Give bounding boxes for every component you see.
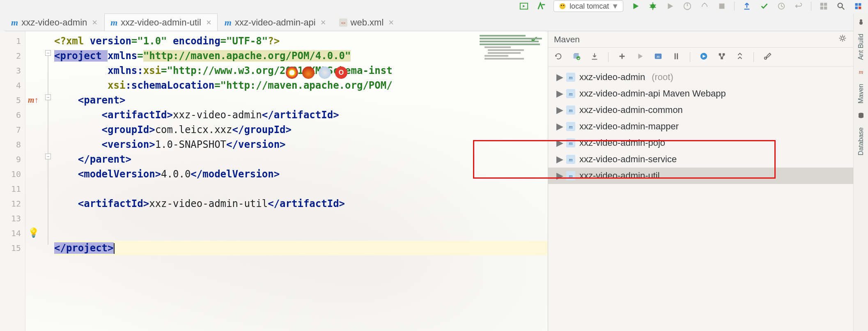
svg-line-9 [650, 5, 651, 5]
stop-button[interactable] [717, 1, 727, 11]
line-number: 9 [0, 152, 25, 167]
maven-module[interactable]: ▶mxxz-video-admin-pojo [548, 135, 868, 151]
tab-xxz-video-admin[interactable]: m xxz-video-admin × [5, 14, 103, 31]
line-number: 2 [0, 48, 25, 63]
vcs-commit-icon[interactable] [759, 1, 769, 11]
search-icon[interactable] [836, 1, 846, 11]
maven-module[interactable]: ▶mxxz-video-admin-util [548, 168, 868, 184]
vcs-update-icon[interactable] [742, 1, 752, 11]
close-icon[interactable]: × [321, 17, 326, 28]
collapse-all-icon[interactable] [735, 52, 744, 62]
show-dependencies-icon[interactable] [717, 52, 726, 62]
tab-web-xml[interactable]: <> web.xml × [333, 14, 400, 31]
chevron-right-icon: ▶ [556, 105, 562, 115]
run-dashboard-icon[interactable] [519, 1, 529, 11]
svg-rect-19 [820, 3, 823, 6]
separator [734, 2, 735, 11]
toggle-offline-icon[interactable] [672, 52, 681, 62]
coverage-icon[interactable] [665, 1, 675, 11]
ant-icon[interactable] [857, 18, 865, 25]
chevron-right-icon: ▶ [556, 170, 562, 181]
firefox-icon[interactable] [302, 67, 315, 79]
chevron-right-icon: ▶ [556, 138, 562, 148]
gear-icon[interactable] [838, 34, 847, 45]
add-icon[interactable] [618, 52, 627, 62]
code-minimap[interactable] [480, 34, 545, 67]
maven-module[interactable]: ▶mxxz-video-admin-service [548, 151, 868, 168]
maven-module-icon: m [566, 89, 575, 98]
ide-settings-icon[interactable] [853, 1, 863, 11]
maven-tab[interactable]: Maven [857, 84, 865, 103]
run-maven-icon[interactable] [636, 52, 645, 62]
svg-marker-13 [668, 3, 673, 9]
build-icon[interactable] [536, 1, 546, 11]
line-number: 7 [0, 122, 25, 137]
svg-line-10 [655, 5, 656, 5]
svg-rect-16 [719, 4, 725, 9]
maven-title: Maven [554, 34, 580, 44]
line-number: 5 [0, 93, 25, 108]
close-icon[interactable]: × [388, 17, 394, 28]
reimport-icon[interactable] [554, 52, 563, 62]
opera-icon[interactable]: O [335, 67, 347, 79]
database-tab[interactable]: Database [857, 127, 865, 156]
fold-toggle[interactable]: − [45, 50, 51, 56]
maven-file-icon: m [11, 17, 18, 28]
chrome-icon[interactable] [286, 67, 298, 79]
maven-tree[interactable]: ▶mxxz-video-admin(root) ▶mxxz-video-admi… [548, 67, 868, 331]
svg-text:m: m [569, 91, 572, 97]
svg-rect-25 [855, 3, 858, 6]
maven-gutter-icon[interactable]: m↑ [28, 95, 39, 105]
svg-line-54 [720, 55, 721, 57]
skip-tests-icon[interactable] [699, 52, 708, 62]
maven-strip-icon[interactable]: m [857, 68, 865, 76]
close-icon[interactable]: × [206, 17, 211, 28]
svg-point-41 [576, 56, 580, 60]
svg-line-39 [844, 36, 845, 37]
svg-point-72 [859, 21, 863, 25]
fold-guide [48, 56, 48, 245]
maven-module[interactable]: ▶mxxz-video-admin-mapper [548, 118, 868, 135]
svg-marker-5 [634, 3, 639, 9]
project-structure-icon[interactable] [819, 1, 829, 11]
profile-icon[interactable] [682, 1, 692, 11]
vcs-history-icon[interactable] [776, 1, 786, 11]
fold-toggle[interactable]: − [45, 154, 51, 159]
svg-line-11 [650, 7, 651, 8]
tab-label: web.xml [351, 17, 384, 28]
maven-module[interactable]: ▶mxxz-video-admin(root) [548, 69, 868, 85]
line-number: 8 [0, 137, 25, 152]
run-config-label: local tomcat [569, 2, 609, 11]
fold-toggle[interactable]: − [45, 94, 51, 100]
svg-point-56 [765, 57, 767, 59]
database-icon[interactable] [857, 112, 865, 119]
run-button[interactable] [631, 1, 641, 11]
maven-module-label: xxz-video-admin-common [579, 105, 683, 115]
vcs-revert-icon[interactable] [794, 1, 804, 11]
close-icon[interactable]: × [92, 17, 97, 28]
maven-module-icon: m [566, 171, 575, 180]
maven-header: Maven — [548, 31, 868, 48]
execute-goal-icon[interactable]: m [654, 52, 663, 62]
debug-button[interactable] [648, 1, 658, 11]
download-sources-icon[interactable] [590, 52, 599, 62]
safari-icon[interactable] [319, 67, 331, 79]
run-config-selector[interactable]: local tomcat ▼ [553, 0, 623, 12]
maven-module-label: xxz-video-admin-util [579, 170, 660, 181]
generate-sources-icon[interactable] [572, 52, 581, 62]
maven-module[interactable]: ▶mxxz-video-admin-api Maven Webapp [548, 85, 868, 102]
maven-module[interactable]: ▶mxxz-video-admin-common [548, 102, 868, 118]
svg-point-4 [563, 5, 565, 6]
tab-label: xxz-video-admin [21, 17, 87, 28]
maven-settings-icon[interactable] [763, 52, 772, 62]
attach-icon[interactable] [700, 1, 710, 11]
tab-xxz-video-admin-api[interactable]: m xxz-video-admin-api × [218, 14, 332, 31]
maven-module-label: xxz-video-admin-pojo [579, 138, 665, 148]
ant-build-tab[interactable]: Ant Build [857, 34, 865, 60]
chevron-right-icon: ▶ [556, 88, 562, 99]
tab-xxz-video-admin-util[interactable]: m xxz-video-admin-util × [104, 14, 218, 31]
svg-text:m: m [569, 140, 572, 146]
svg-point-2 [560, 3, 566, 9]
bulb-icon[interactable]: 💡 [28, 228, 39, 238]
code-editor[interactable]: 1 2 3 4 5 6 7 8 9 10 11 12 13 14 15 m↑ 💡… [0, 31, 548, 331]
